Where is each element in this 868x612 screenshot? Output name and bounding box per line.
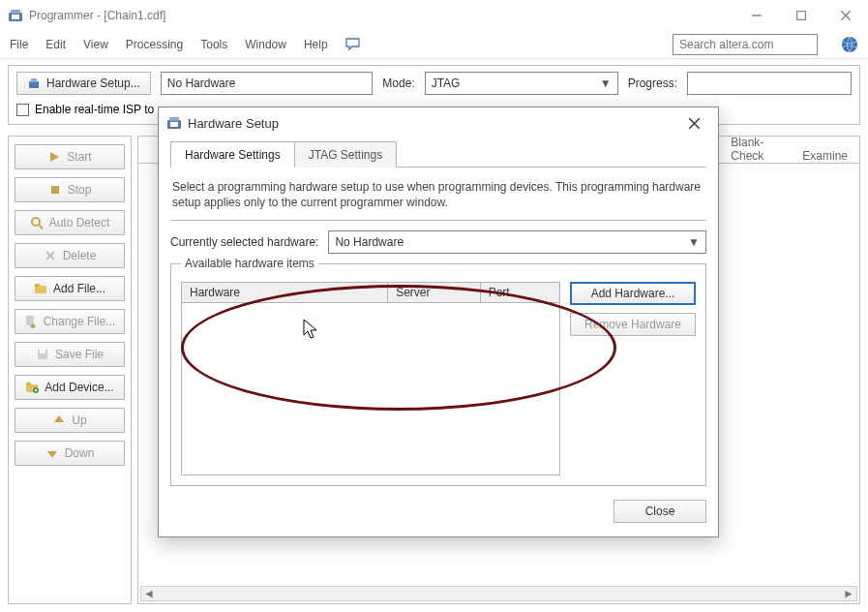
save-file-label: Save File	[55, 348, 104, 361]
menu-processing[interactable]: Processing	[126, 38, 183, 51]
up-arrow-icon	[52, 413, 66, 427]
window-maximize-button[interactable]	[779, 0, 823, 31]
hardware-setup-button[interactable]: Hardware Setup...	[16, 72, 151, 95]
side-panel: Start Stop Auto Detect Delete Add File..…	[8, 136, 132, 604]
hardware-grid[interactable]: Hardware Server Port	[181, 282, 560, 475]
dialog-title: Hardware Setup	[188, 116, 672, 131]
add-hardware-label: Add Hardware...	[591, 287, 675, 300]
svg-rect-16	[35, 286, 46, 293]
col-hardware[interactable]: Hardware	[182, 283, 388, 302]
menu-window[interactable]: Window	[245, 38, 286, 51]
col-port[interactable]: Port	[481, 283, 559, 302]
close-icon	[841, 11, 851, 20]
svg-rect-2	[12, 15, 19, 19]
dialog-description: Select a programming hardware setup to u…	[172, 179, 704, 210]
col-examine[interactable]: Examine	[802, 149, 848, 163]
stop-label: Stop	[68, 183, 92, 197]
down-button[interactable]: Down	[15, 441, 125, 466]
save-file-button[interactable]: Save File	[15, 342, 125, 367]
delete-button[interactable]: Delete	[15, 243, 125, 268]
remove-hardware-button[interactable]: Remove Hardware	[570, 313, 696, 336]
window-close-button[interactable]	[823, 0, 868, 31]
menu-view[interactable]: View	[83, 38, 108, 51]
svg-rect-4	[797, 12, 806, 20]
svg-rect-22	[26, 382, 31, 385]
stop-button[interactable]: Stop	[15, 177, 125, 202]
change-file-button[interactable]: Change File...	[15, 309, 125, 334]
add-device-label: Add Device...	[45, 381, 113, 394]
maximize-icon	[796, 11, 806, 20]
add-file-button[interactable]: Add File...	[15, 276, 125, 301]
search-input[interactable]	[673, 34, 818, 55]
remove-hardware-label: Remove Hardware	[584, 318, 681, 331]
col-server[interactable]: Server	[388, 283, 480, 302]
titlebar: Programmer - [Chain1.cdf]	[0, 0, 868, 31]
dialog-close-button[interactable]	[677, 109, 710, 137]
start-icon	[47, 150, 61, 164]
window-minimize-button[interactable]	[734, 0, 779, 31]
window-title: Programmer - [Chain1.cdf]	[29, 9, 734, 22]
mode-label: Mode:	[382, 76, 414, 90]
svg-marker-10	[50, 152, 59, 162]
currently-selected-value: No Hardware	[335, 235, 404, 249]
minimize-icon	[752, 11, 762, 20]
svg-line-13	[39, 225, 43, 229]
chevron-down-icon: ▼	[600, 76, 612, 90]
menu-help[interactable]: Help	[304, 38, 328, 51]
dialog-titlebar: Hardware Setup	[159, 107, 718, 138]
hardware-field: No Hardware	[161, 72, 374, 95]
down-arrow-icon	[45, 446, 59, 460]
hardware-setup-label: Hardware Setup...	[46, 76, 140, 90]
realtime-isp-checkbox[interactable]	[16, 104, 29, 116]
tab-hardware-settings-label: Hardware Settings	[185, 148, 281, 162]
svg-point-7	[842, 37, 857, 52]
svg-rect-30	[170, 122, 178, 127]
globe-icon[interactable]	[841, 36, 858, 53]
menu-file[interactable]: File	[10, 38, 28, 51]
speech-bubble-icon[interactable]	[345, 38, 361, 51]
mode-dropdown[interactable]: JTAG ▼	[425, 72, 618, 95]
menu-edit[interactable]: Edit	[45, 38, 66, 51]
svg-rect-9	[31, 78, 37, 82]
dialog-icon	[166, 115, 182, 131]
change-file-label: Change File...	[44, 315, 116, 328]
dialog-tabs: Hardware Settings JTAG Settings	[170, 138, 706, 168]
hardware-setup-icon	[27, 76, 41, 90]
scroll-left-icon[interactable]: ◄	[141, 587, 157, 600]
auto-detect-button[interactable]: Auto Detect	[15, 210, 125, 235]
progress-label: Progress:	[628, 76, 677, 90]
start-button[interactable]: Start	[15, 144, 125, 169]
svg-marker-26	[54, 415, 64, 422]
scroll-right-icon[interactable]: ►	[841, 587, 856, 600]
currently-selected-dropdown[interactable]: No Hardware ▼	[328, 230, 706, 254]
add-file-icon	[34, 282, 47, 295]
currently-selected-label: Currently selected hardware:	[170, 235, 318, 249]
horizontal-scrollbar[interactable]: ◄ ►	[140, 586, 857, 601]
col-blank-check[interactable]: Blank- Check	[731, 136, 763, 163]
auto-detect-icon	[30, 216, 44, 230]
chevron-down-icon: ▼	[688, 235, 700, 249]
svg-rect-8	[29, 81, 39, 88]
delete-label: Delete	[63, 249, 97, 262]
grid-header: Hardware Server Port	[182, 283, 559, 303]
add-hardware-button[interactable]: Add Hardware...	[570, 282, 696, 305]
add-device-icon	[25, 381, 39, 394]
group-title: Available hardware items	[181, 257, 318, 270]
tab-jtag-settings[interactable]: JTAG Settings	[294, 141, 397, 168]
add-file-label: Add File...	[53, 282, 105, 295]
dialog-close-footer-button[interactable]: Close	[614, 500, 706, 523]
close-icon	[689, 118, 700, 129]
tab-jtag-settings-label: JTAG Settings	[309, 148, 382, 162]
auto-detect-label: Auto Detect	[49, 216, 110, 230]
stop-icon	[48, 183, 62, 197]
menu-tools[interactable]: Tools	[200, 38, 227, 51]
tab-hardware-settings[interactable]: Hardware Settings	[170, 141, 295, 168]
available-hardware-group: Available hardware items Hardware Server…	[170, 263, 706, 486]
add-device-button[interactable]: Add Device...	[15, 375, 125, 400]
svg-rect-1	[11, 10, 20, 14]
realtime-isp-label: Enable real-time ISP to	[35, 103, 154, 116]
up-button[interactable]: Up	[15, 408, 125, 433]
app-icon	[8, 8, 23, 23]
hardware-field-value: No Hardware	[167, 76, 236, 90]
close-label: Close	[645, 505, 675, 518]
